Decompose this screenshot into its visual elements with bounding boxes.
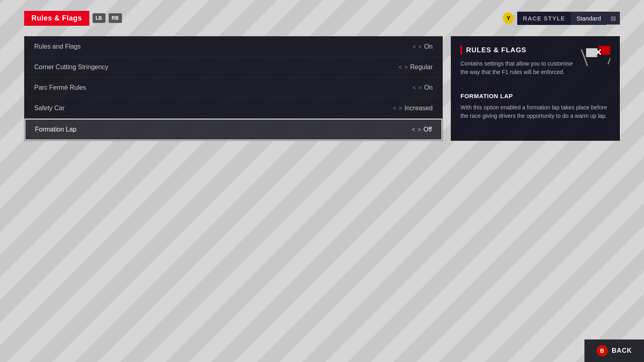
b-button[interactable]: B xyxy=(597,345,608,356)
setting-label: Safety Car xyxy=(34,105,65,112)
info-feature-title: FORMATION LAP xyxy=(460,93,610,99)
arrow-left-icon[interactable]: < xyxy=(413,84,416,91)
main-content: Rules and Flags<>OnCorner Cutting String… xyxy=(24,36,620,141)
info-feature-description: With this option enabled a formation lap… xyxy=(460,103,610,120)
settings-panel: Rules and Flags<>OnCorner Cutting String… xyxy=(24,36,443,141)
info-panel: ✕ RULES & FLAGS Contains settings that a… xyxy=(451,36,620,141)
info-accent-bar xyxy=(460,46,462,55)
setting-value: <>On xyxy=(413,84,433,91)
setting-label: Formation Lap xyxy=(35,126,76,133)
info-section-title: RULES & FLAGS xyxy=(466,46,526,54)
setting-label: Parc Fermé Rules xyxy=(34,84,86,91)
race-style-label: RACE STYLE xyxy=(517,12,571,25)
arrow-right-icon[interactable]: > xyxy=(418,126,421,133)
active-tab[interactable]: Rules & Flags xyxy=(24,11,89,26)
setting-row[interactable]: Rules and Flags<>On xyxy=(25,37,442,57)
arrow-right-icon[interactable]: > xyxy=(399,105,402,111)
setting-value: <>On xyxy=(413,43,433,50)
arrow-left-icon[interactable]: < xyxy=(393,105,396,111)
race-style-area: Y RACE STYLE Standard ▤ xyxy=(503,12,620,25)
rb-button[interactable]: RB xyxy=(109,13,122,23)
bottom-bar: B BACK xyxy=(584,339,644,362)
setting-value: <>Regular xyxy=(399,64,433,71)
top-bar: Rules & Flags LB RB Y RACE STYLE Standar… xyxy=(0,0,644,36)
setting-value-text: Regular xyxy=(410,64,433,71)
setting-value: <>Increased xyxy=(393,105,433,112)
setting-row[interactable]: Safety Car<>Increased xyxy=(25,98,442,119)
tab-area: Rules & Flags LB RB xyxy=(24,11,122,26)
setting-value: <>Off xyxy=(412,126,432,133)
setting-value-text: On xyxy=(424,43,433,50)
flags-icon: ✕ xyxy=(586,46,610,67)
arrow-right-icon[interactable]: > xyxy=(405,64,408,70)
y-button[interactable]: Y xyxy=(503,12,514,24)
arrow-left-icon[interactable]: < xyxy=(412,126,415,133)
setting-row[interactable]: Parc Fermé Rules<>On xyxy=(25,78,442,98)
arrow-left-icon[interactable]: < xyxy=(399,64,402,70)
setting-row[interactable]: Formation Lap<>Off xyxy=(25,119,442,140)
setting-label: Rules and Flags xyxy=(34,43,81,50)
info-title-row: RULES & FLAGS xyxy=(460,46,582,55)
arrow-left-icon[interactable]: < xyxy=(413,43,416,50)
back-label: BACK xyxy=(612,347,632,354)
arrow-right-icon[interactable]: > xyxy=(418,43,421,50)
setting-label: Corner Cutting Stringency xyxy=(34,64,108,71)
arrow-right-icon[interactable]: > xyxy=(418,84,421,91)
setting-value-text: Off xyxy=(423,126,432,133)
race-style-icon: ▤ xyxy=(607,12,620,25)
race-style-value: Standard xyxy=(571,12,607,25)
setting-value-text: Increased xyxy=(405,105,433,112)
setting-row[interactable]: Corner Cutting Stringency<>Regular xyxy=(25,57,442,78)
setting-value-text: On xyxy=(424,84,433,91)
lb-button[interactable]: LB xyxy=(93,13,105,23)
